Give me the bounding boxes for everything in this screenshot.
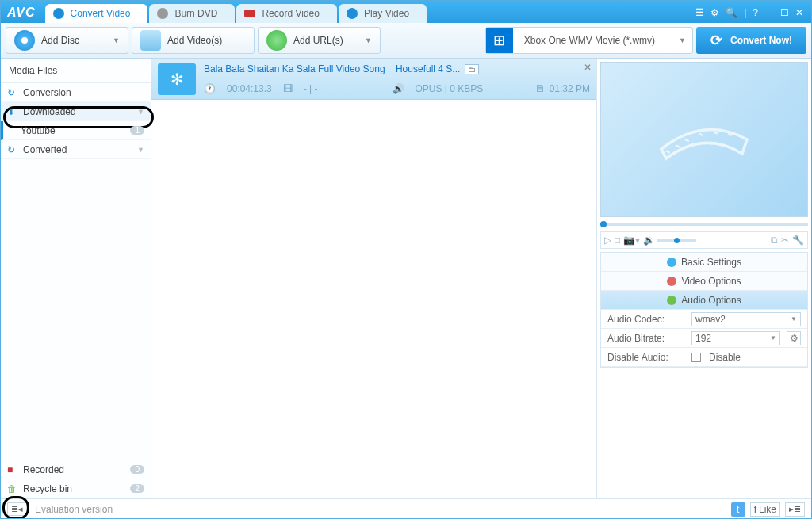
gear-icon[interactable]: ⚙ <box>710 7 719 18</box>
bullet-icon <box>667 277 676 286</box>
stop-icon[interactable]: □ <box>615 235 620 246</box>
film-icon: 🎞 <box>283 83 293 94</box>
field-label: Audio Bitrate: <box>607 333 687 344</box>
header-label: Audio Options <box>681 295 741 306</box>
play-icon[interactable]: ▷ <box>604 235 611 246</box>
effects-icon[interactable]: 🔧 <box>792 235 804 246</box>
crop-icon[interactable]: ⧉ <box>771 235 778 246</box>
media-audio: OPUS | 0 KBPS <box>416 83 484 94</box>
collapse-sidebar-button[interactable]: ≣◂ <box>7 502 27 516</box>
count-badge: 2 <box>130 484 144 493</box>
tab-convert-video[interactable]: Convert Video <box>45 4 148 23</box>
preview-seek-slider[interactable] <box>600 220 808 228</box>
tab-label: Burn DVD <box>174 8 217 19</box>
speaker-icon: 🔊 <box>393 83 404 94</box>
tab-play-video[interactable]: Play Video <box>339 4 427 23</box>
video-icon <box>140 30 161 51</box>
url-icon <box>266 30 287 51</box>
media-duration: 00:04:13.3 <box>227 83 272 94</box>
format-label: Xbox One WMV Movie (*.wmv) <box>513 35 679 46</box>
basic-settings-header[interactable]: Basic Settings <box>601 253 807 272</box>
remove-item-icon[interactable]: ✕ <box>584 62 592 73</box>
trash-icon: 🗑 <box>7 483 18 494</box>
sidebar-item-conversion[interactable]: ↻ Conversion <box>1 83 151 102</box>
converted-icon: ↻ <box>7 144 18 155</box>
sidebar-item-label: Recycle bin <box>23 483 72 494</box>
sidebar-item-label: Downloaded <box>23 106 76 117</box>
menu-icon[interactable]: ☰ <box>695 7 704 18</box>
media-subinfo: - | - <box>304 83 318 94</box>
sidebar-item-label: Youtube <box>21 125 56 136</box>
tab-burn-dvd[interactable]: Burn DVD <box>149 4 235 23</box>
facebook-like-button[interactable]: fLike <box>750 502 780 517</box>
audio-codec-row: Audio Codec: wmav2 ▼ <box>601 310 807 329</box>
audio-options-header[interactable]: Audio Options <box>601 291 807 310</box>
field-label: Disable Audio: <box>607 352 687 363</box>
folder-icon[interactable]: 🗀 <box>465 64 479 74</box>
add-urls-button[interactable]: Add URL(s) ▼ <box>258 27 381 54</box>
cut-icon[interactable]: ✂ <box>781 235 789 246</box>
add-disc-button[interactable]: Add Disc ▼ <box>6 27 128 54</box>
minimize-icon[interactable]: — <box>764 7 774 18</box>
disable-audio-checkbox[interactable] <box>691 353 701 362</box>
chevron-down-icon: ▼ <box>113 36 120 44</box>
audio-bitrate-select[interactable]: 192 ▼ <box>691 331 780 345</box>
chevron-down-icon: ▼ <box>791 315 797 322</box>
expand-panel-button[interactable]: ▸≣ <box>785 502 805 517</box>
button-label: Add Video(s) <box>167 35 222 46</box>
convert-now-button[interactable]: ⟳ Convert Now! <box>696 27 806 54</box>
right-panel: ▷ □ 📷▾ 🔉 ⧉ ✂ 🔧 Basic Settings Video Opti… <box>597 59 811 498</box>
play-icon <box>347 8 358 19</box>
preview-controls: ▷ □ 📷▾ 🔉 ⧉ ✂ 🔧 <box>600 231 808 249</box>
video-options-header[interactable]: Video Options <box>601 272 807 291</box>
bitrate-settings-button[interactable]: ⚙ <box>787 331 801 345</box>
record-icon <box>244 10 255 17</box>
count-badge: 0 <box>130 465 144 474</box>
divider: | <box>744 7 746 18</box>
search-icon[interactable]: 🔍 <box>726 7 737 18</box>
chevron-down-icon: ▼ <box>137 146 144 154</box>
help-icon[interactable]: ? <box>753 7 758 18</box>
chevron-down-icon: ▼ <box>770 334 776 342</box>
sidebar-item-converted[interactable]: ↻ Converted ▼ <box>1 140 151 159</box>
conversion-icon: ↻ <box>7 87 18 98</box>
count-badge: 1 <box>130 126 144 135</box>
select-value: wmav2 <box>695 314 726 325</box>
bullet-icon <box>667 258 676 267</box>
convert-icon <box>53 8 64 19</box>
disc-icon <box>14 30 35 51</box>
field-label: Audio Codec: <box>607 314 687 325</box>
tab-label: Convert Video <box>71 8 131 19</box>
maximize-icon[interactable]: ☐ <box>780 7 789 18</box>
audio-codec-select[interactable]: wmav2 ▼ <box>691 312 801 326</box>
sidebar-item-recycle-bin[interactable]: 🗑 Recycle bin 2 <box>1 479 151 498</box>
tab-record-video[interactable]: Record Video <box>236 4 337 23</box>
refresh-icon: ⟳ <box>710 32 722 49</box>
sidebar-item-label: Converted <box>23 144 67 155</box>
window-controls: ☰ ⚙ 🔍 | ? — ☐ ✕ <box>695 7 811 23</box>
tab-label: Record Video <box>262 8 320 19</box>
preview-area <box>600 62 808 217</box>
version-label: Evaluation version <box>35 504 113 515</box>
output-icon: 🖹 <box>535 83 545 94</box>
close-icon[interactable]: ✕ <box>795 7 803 18</box>
media-item[interactable]: ✻ Bala Bala Shaitan Ka Sala Full Video S… <box>151 59 596 100</box>
windows-icon: ⊞ <box>486 28 513 53</box>
button-label: Add Disc <box>41 35 79 46</box>
add-videos-button[interactable]: Add Video(s) <box>132 27 255 54</box>
checkbox-label: Disable <box>709 352 741 363</box>
snapshot-icon[interactable]: 📷▾ <box>623 235 640 246</box>
select-value: 192 <box>695 333 711 344</box>
sidebar-item-recorded[interactable]: ■ Recorded 0 <box>1 460 151 479</box>
disable-audio-row: Disable Audio: Disable <box>601 348 807 367</box>
sidebar-item-downloaded[interactable]: ⬇ Downloaded ▼ <box>1 102 151 121</box>
main-tabs: Convert Video Burn DVD Record Video Play… <box>45 4 696 23</box>
volume-slider[interactable]: 🔉 <box>643 235 696 246</box>
media-title: Bala Bala Shaitan Ka Sala Full Video Son… <box>204 63 460 74</box>
twitter-icon[interactable]: t <box>731 502 745 517</box>
output-format-select[interactable]: ⊞ Xbox One WMV Movie (*.wmv) ▼ <box>485 27 693 54</box>
sidebar-item-youtube[interactable]: Youtube 1 <box>1 121 151 140</box>
tab-label: Play Video <box>364 8 409 19</box>
audio-bitrate-row: Audio Bitrate: 192 ▼ ⚙ <box>601 329 807 348</box>
clock-icon: 🕐 <box>204 83 216 94</box>
